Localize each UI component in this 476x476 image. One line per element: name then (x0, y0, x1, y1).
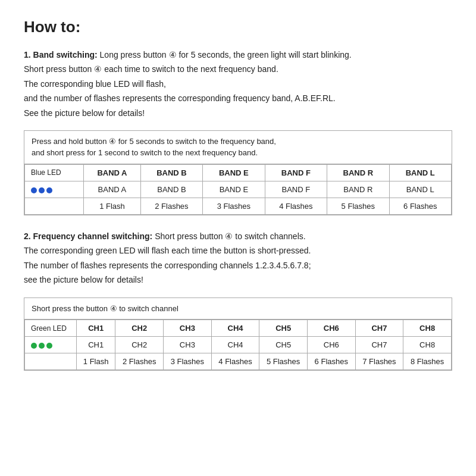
ch5-header: CH5 (259, 320, 308, 337)
band-l-name: BAND L (389, 181, 451, 198)
ch7-flashes: 7 Flashes (355, 353, 403, 370)
channel-flashes-row: 1 Flash 2 Flashes 3 Flashes 4 Flashes 5 … (25, 353, 452, 370)
band-l-flashes: 6 Flashes (389, 198, 451, 214)
band-names-row: BAND A BAND B BAND E BAND F BAND R BAND … (25, 181, 452, 198)
channel-names-row: CH1 CH2 CH3 CH4 CH5 CH6 CH7 CH8 (25, 337, 452, 353)
channel-flashes-empty (25, 353, 77, 370)
band-e-name: BAND E (203, 181, 265, 198)
band-a-header: BAND A (84, 164, 140, 181)
ch4-name: CH4 (211, 337, 259, 353)
section1-text5: See the picture below for details! (24, 107, 452, 120)
band-table-wrapper: Press and hold button ④ for 5 seconds to… (24, 130, 452, 215)
band-b-name: BAND B (140, 181, 202, 198)
ch2-name: CH2 (115, 337, 164, 353)
ch8-header: CH8 (403, 320, 452, 337)
band-e-flashes: 3 Flashes (203, 198, 265, 214)
section2-intro: 2. Frequency channel switching: Short pr… (24, 230, 452, 243)
band-f-flashes: 4 Flashes (265, 198, 327, 214)
ch5-flashes: 5 Flashes (259, 353, 308, 370)
channel-led-header: Green LED (25, 320, 77, 337)
section1-text4: and the number of flashes represents the… (24, 92, 452, 105)
ch1-header: CH1 (76, 320, 115, 337)
green-dot-3 (46, 343, 52, 349)
ch3-name: CH3 (164, 337, 212, 353)
section1-text3: The corresponding blue LED will flash, (24, 77, 452, 90)
section2-text2: The corresponding green LED will flash e… (24, 244, 452, 257)
section2-text3: The number of flashes represents the cor… (24, 259, 452, 272)
blue-dot-1 (31, 187, 37, 193)
channel-table-header: Short press the button ④ to switch chann… (24, 298, 452, 320)
band-r-header: BAND R (327, 164, 389, 181)
band-b-flashes: 2 Flashes (140, 198, 202, 214)
ch8-flashes: 8 Flashes (403, 353, 452, 370)
channel-table: Green LED CH1 CH2 CH3 CH4 CH5 CH6 CH7 CH… (24, 320, 452, 370)
ch3-flashes: 3 Flashes (164, 353, 212, 370)
channel-table-wrapper: Short press the button ④ to switch chann… (24, 298, 452, 371)
ch2-flashes: 2 Flashes (115, 353, 164, 370)
section2-heading: 2. Frequency channel switching: (24, 231, 152, 241)
channel-table-header-text: Short press the button ④ to switch chann… (32, 303, 444, 315)
ch5-name: CH5 (259, 337, 308, 353)
ch4-flashes: 4 Flashes (211, 353, 259, 370)
band-f-name: BAND F (265, 181, 327, 198)
band-e-header: BAND E (203, 164, 265, 181)
band-r-flashes: 5 Flashes (327, 198, 389, 214)
section-band-switching: 1. Band switching: Long press button ④ f… (24, 48, 452, 215)
band-f-header: BAND F (265, 164, 327, 181)
band-b-header: BAND B (140, 164, 202, 181)
band-led-dots (25, 181, 84, 198)
band-flashes-empty (25, 198, 84, 214)
section1-text1: Long press button ④ for 5 seconds, the g… (98, 50, 352, 60)
band-table-header-line2: and short press for 1 second to switch t… (32, 147, 444, 159)
channel-led-dots (25, 337, 77, 353)
section2-text4: see the picture below for details! (24, 273, 452, 286)
blue-dot-3 (46, 187, 52, 193)
ch6-flashes: 6 Flashes (307, 353, 355, 370)
blue-dot-2 (39, 187, 45, 193)
ch1-flashes: 1 Flash (76, 353, 115, 370)
green-dot-2 (39, 343, 45, 349)
green-dot-1 (31, 343, 37, 349)
section1-heading: 1. Band switching: (24, 50, 98, 60)
section2-text1: Short press button ④ to switch channels. (152, 231, 305, 241)
band-flashes-row: 1 Flash 2 Flashes 3 Flashes 4 Flashes 5 … (25, 198, 452, 214)
band-a-flashes: 1 Flash (84, 198, 140, 214)
band-table-header: Press and hold button ④ for 5 seconds to… (24, 131, 452, 164)
band-led-header: Blue LED (25, 164, 84, 181)
ch2-header: CH2 (115, 320, 164, 337)
ch6-name: CH6 (307, 337, 355, 353)
page-title: How to: (24, 18, 452, 36)
section-channel-switching: 2. Frequency channel switching: Short pr… (24, 230, 452, 371)
ch7-header: CH7 (355, 320, 403, 337)
band-l-header: BAND L (389, 164, 451, 181)
band-r-name: BAND R (327, 181, 389, 198)
section1-text2: Short press button ④ each time to switch… (24, 62, 452, 76)
ch4-header: CH4 (211, 320, 259, 337)
ch6-header: CH6 (307, 320, 355, 337)
band-table-header-line1: Press and hold button ④ for 5 seconds to… (32, 136, 444, 148)
ch1-name: CH1 (76, 337, 115, 353)
ch7-name: CH7 (355, 337, 403, 353)
section1-intro: 1. Band switching: Long press button ④ f… (24, 48, 452, 61)
band-a-name: BAND A (84, 181, 140, 198)
band-table: Blue LED BAND A BAND B BAND E BAND F BAN… (24, 164, 452, 215)
ch8-name: CH8 (403, 337, 452, 353)
ch3-header: CH3 (164, 320, 212, 337)
